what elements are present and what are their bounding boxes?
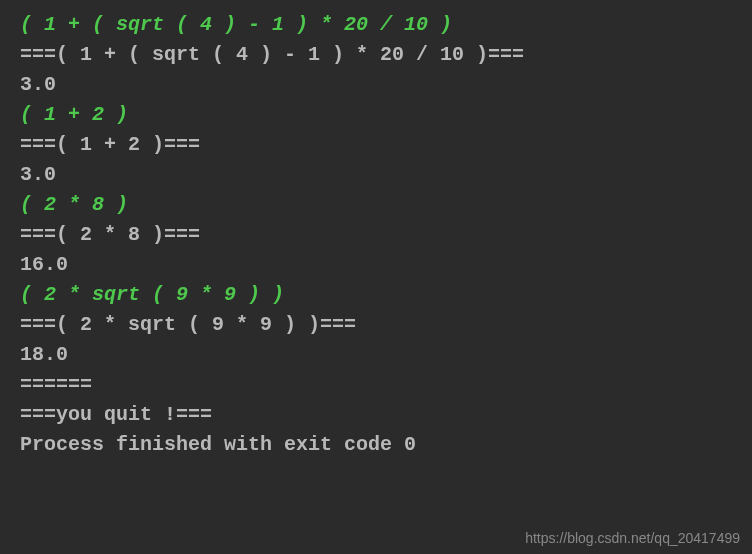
- input-line: ( 2 * 8 ): [20, 190, 732, 220]
- result-line: 3.0: [20, 70, 732, 100]
- result-line: 18.0: [20, 340, 732, 370]
- quit-line: ===you quit !===: [20, 400, 732, 430]
- input-line: ( 2 * sqrt ( 9 * 9 ) ): [20, 280, 732, 310]
- echo-line: ===( 1 + 2 )===: [20, 130, 732, 160]
- input-line: ( 1 + 2 ): [20, 100, 732, 130]
- echo-line: ===( 1 + ( sqrt ( 4 ) - 1 ) * 20 / 10 )=…: [20, 40, 732, 70]
- result-line: 3.0: [20, 160, 732, 190]
- result-line: 16.0: [20, 250, 732, 280]
- exit-line: Process finished with exit code 0: [20, 430, 732, 460]
- echo-line: ===( 2 * 8 )===: [20, 220, 732, 250]
- input-line: ( 1 + ( sqrt ( 4 ) - 1 ) * 20 / 10 ): [20, 10, 732, 40]
- watermark: https://blog.csdn.net/qq_20417499: [525, 530, 740, 546]
- separator-line: ======: [20, 370, 732, 400]
- echo-line: ===( 2 * sqrt ( 9 * 9 ) )===: [20, 310, 732, 340]
- terminal-output: ( 1 + ( sqrt ( 4 ) - 1 ) * 20 / 10 ) ===…: [20, 10, 732, 460]
